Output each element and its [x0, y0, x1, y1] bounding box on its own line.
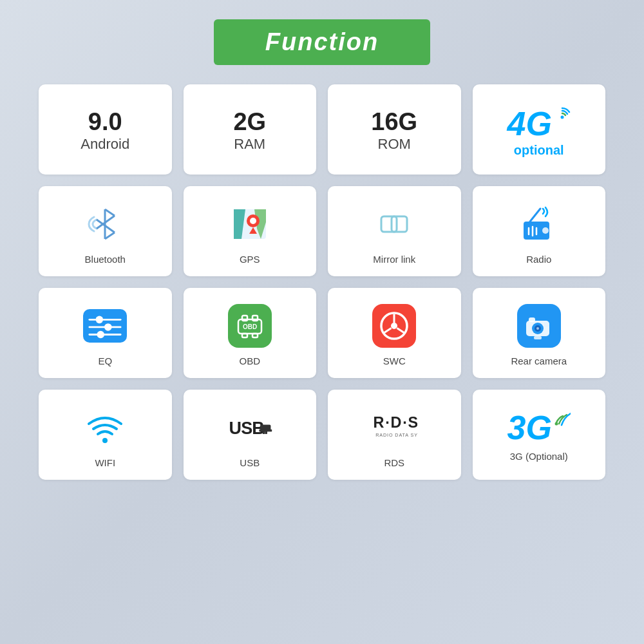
4g-text: 4G: [507, 104, 552, 143]
svg-rect-49: [259, 429, 272, 431]
svg-rect-28: [252, 316, 258, 321]
4g-signal-icon: [554, 106, 571, 120]
gps-icon: [229, 203, 271, 245]
card-radio: Radio: [473, 186, 606, 276]
radio-label: Radio: [526, 254, 551, 265]
card-eq: EQ: [39, 288, 172, 378]
camera-svg: [522, 309, 556, 343]
wifi-icon: [84, 410, 126, 446]
mirror-icon: [375, 205, 413, 243]
card-4g: 4G optional: [473, 84, 606, 175]
gps-icon-wrap: [227, 201, 273, 247]
eq-icon-wrap: [82, 303, 128, 349]
card-obd: OBD OBD: [184, 288, 317, 378]
svg-rect-27: [242, 316, 247, 321]
header-title: Function: [265, 28, 379, 55]
gps-label: GPS: [240, 254, 260, 265]
ram-size: 2G: [233, 109, 266, 136]
obd-label: OBD: [239, 355, 260, 366]
svg-point-25: [97, 330, 105, 338]
card-swc: SWC: [328, 288, 461, 378]
eq-svg: [88, 313, 122, 339]
svg-rect-42: [529, 317, 535, 322]
header-banner: Function: [214, 19, 430, 65]
rom-size: 16G: [371, 109, 417, 136]
svg-rect-30: [242, 334, 247, 337]
svg-text:OBD: OBD: [243, 323, 257, 330]
3g-signal: [554, 412, 571, 429]
eq-label: EQ: [98, 355, 112, 366]
obd-icon-wrap: OBD: [227, 303, 273, 349]
swc-icon-wrap: [371, 303, 417, 349]
card-rear-camera: Rear camera: [473, 288, 606, 378]
card-bluetooth: Bluetooth: [39, 186, 172, 276]
mirror-label: Mirror link: [373, 254, 415, 265]
bluetooth-label: Bluetooth: [85, 254, 126, 265]
rear-camera-icon: [517, 304, 561, 348]
swc-svg: [377, 309, 411, 343]
svg-point-33: [391, 323, 397, 329]
card-ram: 2G RAM: [184, 84, 317, 175]
radio-icon: [517, 202, 561, 246]
card-rom: 16G ROM: [328, 84, 461, 175]
android-version: 9.0: [88, 109, 122, 136]
swc-icon: [372, 304, 416, 348]
obd-svg: OBD: [233, 309, 267, 343]
obd-icon: OBD: [228, 304, 272, 348]
svg-text:RADIO DATA SYSTEM: RADIO DATA SYSTEM: [375, 432, 417, 438]
usb-label: USB: [240, 457, 260, 468]
signal-svg: [554, 106, 571, 120]
mirror-icon-wrap: [371, 201, 417, 247]
usb-icon-wrap: USB: [227, 404, 273, 451]
svg-text:R·D·S: R·D·S: [374, 414, 417, 431]
3g-label: 3G (Optional): [510, 451, 568, 462]
svg-point-52: [554, 422, 558, 425]
ram-label: RAM: [234, 136, 265, 153]
rds-icon-wrap: R·D·S RADIO DATA SYSTEM: [371, 404, 417, 451]
svg-line-35: [384, 328, 392, 333]
radio-icon-wrap: [516, 201, 562, 247]
android-label: Android: [80, 136, 129, 153]
rom-label: ROM: [378, 136, 411, 153]
card-3g: 3G 3G (Optional): [473, 390, 606, 480]
card-usb: USB USB: [184, 390, 317, 480]
swc-label: SWC: [383, 355, 406, 366]
svg-point-43: [544, 322, 549, 327]
4g-with-signal: 4G: [507, 104, 571, 143]
bluetooth-icon: [82, 202, 128, 247]
usb-icon: USB: [227, 412, 273, 444]
card-gps: GPS: [184, 186, 317, 276]
svg-point-10: [250, 218, 256, 224]
4g-optional: optional: [514, 143, 564, 158]
svg-line-4: [105, 232, 115, 239]
svg-rect-13: [392, 216, 407, 232]
card-mirror: Mirror link: [328, 186, 461, 276]
rear-camera-icon-wrap: [516, 303, 562, 349]
svg-line-2: [105, 209, 115, 216]
4g-inner: 4G optional: [507, 104, 571, 158]
svg-point-40: [536, 327, 539, 330]
rds-icon: R·D·S RADIO DATA SYSTEM: [371, 410, 417, 446]
svg-point-19: [542, 227, 549, 234]
3g-inner: 3G: [507, 411, 571, 444]
card-android: 9.0 Android: [39, 84, 172, 175]
svg-rect-12: [381, 216, 397, 232]
rds-label: RDS: [384, 457, 404, 468]
svg-point-21: [96, 316, 104, 323]
wifi-icon-wrap: [82, 404, 128, 451]
function-grid: 9.0 Android 2G RAM 16G ROM 4G optiona: [39, 84, 605, 480]
wifi-label: WIFI: [95, 457, 115, 468]
eq-icon: [83, 309, 127, 343]
svg-point-0: [560, 115, 564, 118]
svg-line-36: [397, 328, 405, 333]
svg-rect-31: [252, 334, 258, 337]
3g-text: 3G: [507, 411, 552, 444]
svg-point-44: [102, 438, 108, 443]
bluetooth-icon-wrap: [82, 201, 128, 247]
3g-signal-svg: [554, 412, 571, 426]
svg-line-15: [530, 209, 540, 222]
rear-camera-label: Rear camera: [511, 355, 567, 366]
svg-text:USB: USB: [229, 418, 264, 437]
svg-point-23: [104, 323, 112, 331]
card-rds: R·D·S RADIO DATA SYSTEM RDS: [328, 390, 461, 480]
